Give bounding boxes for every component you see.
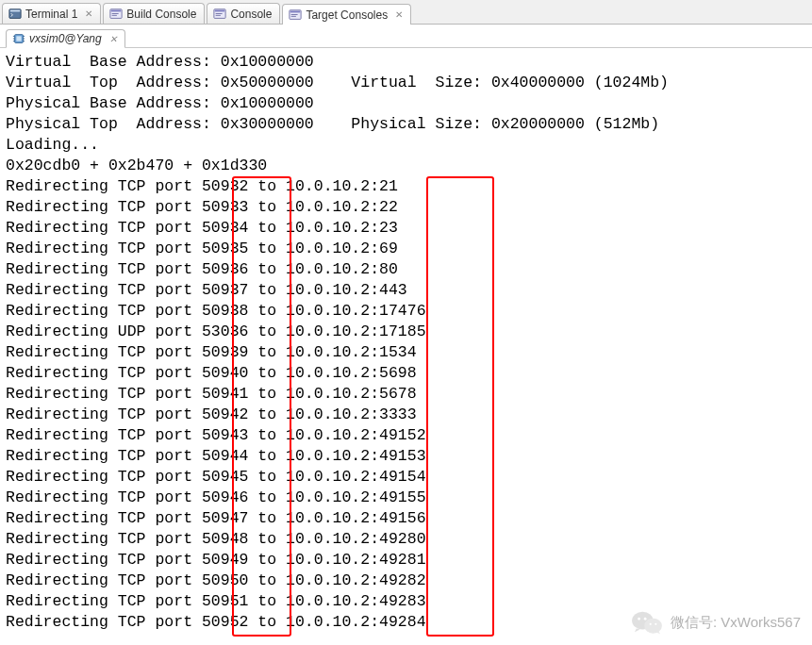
- console-line: 0x20cdb0 + 0x2b470 + 0x1d330: [6, 156, 806, 176]
- subtab-strip: vxsim0@Yang ✕: [0, 25, 812, 48]
- svg-rect-15: [16, 36, 21, 41]
- svg-point-25: [644, 618, 647, 620]
- tab-strip: Terminal 1 ✕ Build Console Console Targe…: [0, 0, 812, 25]
- tab-label: Target Consoles: [306, 8, 388, 22]
- redirect-line: Redirecting TCP port 50950 to 10.0.10.2:…: [6, 571, 806, 591]
- subtab-label: vxsim0@Yang: [29, 32, 102, 45]
- close-icon[interactable]: ✕: [395, 9, 403, 20]
- watermark-text: 微信号: VxWorks567: [671, 614, 801, 632]
- tab-label: Build Console: [126, 8, 196, 21]
- svg-rect-9: [216, 14, 221, 15]
- tab-label: Console: [230, 8, 272, 21]
- svg-rect-12: [291, 14, 298, 15]
- subtab-vxsim0[interactable]: vxsim0@Yang ✕: [6, 29, 125, 48]
- svg-rect-7: [215, 9, 225, 11]
- redirect-line: Redirecting TCP port 50934 to 10.0.10.2:…: [6, 218, 806, 239]
- redirect-line: Redirecting TCP port 50942 to 10.0.10.2:…: [6, 405, 806, 425]
- redirect-line: Redirecting TCP port 50932 to 10.0.10.2:…: [6, 176, 806, 197]
- svg-point-27: [655, 623, 656, 625]
- tab-label: Terminal 1: [25, 8, 77, 21]
- redirect-line: Redirecting TCP port 50938 to 10.0.10.2:…: [6, 301, 806, 322]
- redirect-line: Redirecting TCP port 50943 to 10.0.10.2:…: [6, 425, 806, 446]
- svg-rect-5: [112, 14, 117, 15]
- console-line: Virtual Top Address: 0x50000000 Virtual …: [6, 73, 806, 93]
- close-icon[interactable]: ✕: [109, 34, 117, 44]
- tab-target-consoles[interactable]: Target Consoles ✕: [282, 4, 411, 25]
- tab-console[interactable]: Console: [207, 3, 280, 24]
- svg-rect-4: [112, 13, 119, 14]
- terminal-icon: [8, 8, 22, 21]
- svg-rect-13: [291, 15, 296, 16]
- console-output[interactable]: Virtual Base Address: 0x10000000Virtual …: [0, 48, 812, 637]
- svg-rect-8: [216, 13, 223, 14]
- watermark: 微信号: VxWorks567: [631, 609, 801, 636]
- redirect-line: Redirecting TCP port 50939 to 10.0.10.2:…: [6, 342, 806, 363]
- close-icon[interactable]: ✕: [85, 8, 92, 19]
- wechat-icon: [631, 609, 663, 636]
- console-icon: [213, 8, 226, 21]
- svg-point-24: [638, 618, 640, 620]
- svg-rect-11: [290, 10, 301, 12]
- redirect-line: Redirecting TCP port 50947 to 10.0.10.2:…: [6, 508, 806, 529]
- redirect-line: Redirecting TCP port 50948 to 10.0.10.2:…: [6, 529, 806, 550]
- svg-rect-1: [10, 9, 21, 11]
- tab-build-console[interactable]: Build Console: [103, 3, 205, 24]
- redirect-line: Redirecting TCP port 50940 to 10.0.10.2:…: [6, 363, 806, 384]
- redirect-line: Redirecting TCP port 50933 to 10.0.10.2:…: [6, 197, 806, 218]
- redirect-line: Redirecting TCP port 50945 to 10.0.10.2:…: [6, 467, 806, 488]
- console-line: Virtual Base Address: 0x10000000: [6, 52, 806, 73]
- console-line: Physical Base Address: 0x10000000: [6, 93, 806, 114]
- svg-point-26: [650, 623, 652, 625]
- redirect-line: Redirecting TCP port 50946 to 10.0.10.2:…: [6, 488, 806, 508]
- redirect-line: Redirecting TCP port 50936 to 10.0.10.2:…: [6, 259, 806, 280]
- redirect-line: Redirecting TCP port 50937 to 10.0.10.2:…: [6, 280, 806, 301]
- console-icon: [109, 8, 123, 21]
- svg-rect-3: [111, 9, 122, 11]
- console-icon: [289, 8, 302, 22]
- redirect-line: Redirecting TCP port 50941 to 10.0.10.2:…: [6, 384, 806, 405]
- console-line: Loading...: [6, 135, 806, 156]
- redirect-line: Redirecting TCP port 50944 to 10.0.10.2:…: [6, 446, 806, 467]
- svg-point-23: [644, 619, 662, 634]
- console-line: Physical Top Address: 0x30000000 Physica…: [6, 114, 806, 135]
- redirect-line: Redirecting TCP port 50935 to 10.0.10.2:…: [6, 239, 806, 259]
- redirect-line: Redirecting TCP port 50949 to 10.0.10.2:…: [6, 550, 806, 571]
- tab-terminal-1[interactable]: Terminal 1 ✕: [2, 3, 101, 24]
- redirect-line: Redirecting UDP port 53036 to 10.0.10.2:…: [6, 322, 806, 342]
- chip-icon: [12, 32, 25, 45]
